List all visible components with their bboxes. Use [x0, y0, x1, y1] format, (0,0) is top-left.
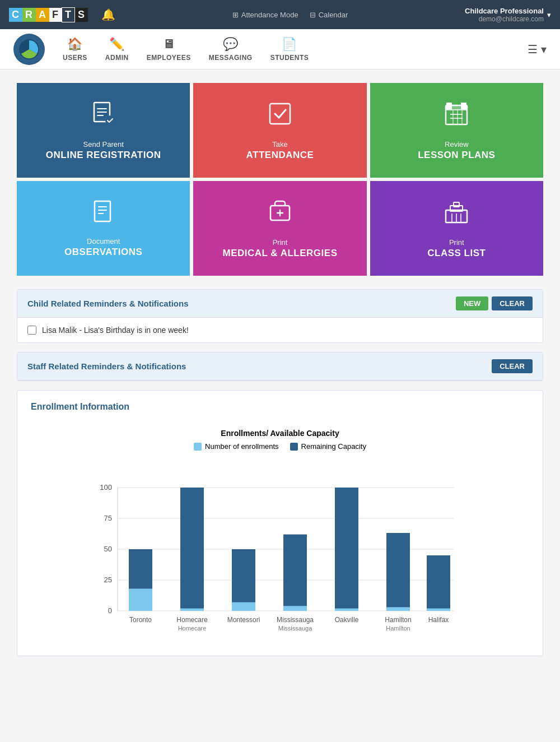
main-content: Send Parent ONLINE REGISTRATION Take ATT… [0, 69, 560, 683]
legend-enrollments: Number of enrollments [194, 442, 279, 451]
user-role: Childcare Professional [465, 7, 544, 15]
user-email: demo@childcare.com [465, 15, 544, 23]
tile-online-registration[interactable]: Send Parent ONLINE REGISTRATION [17, 83, 190, 178]
child-reminders-actions: NEW CLEAR [456, 296, 533, 310]
nav-students[interactable]: 📄 STUDENTS [270, 37, 309, 62]
svg-text:Montessori: Montessori [227, 616, 260, 624]
nav-admin[interactable]: ✏️ ADMIN [105, 37, 129, 62]
svg-text:Mississauga: Mississauga [278, 625, 312, 632]
svg-text:Mississauga: Mississauga [277, 616, 314, 624]
document-icon: 📄 [282, 37, 297, 52]
bar-oakville-capacity [335, 488, 358, 611]
svg-text:100: 100 [100, 483, 112, 491]
svg-text:Homecare: Homecare [176, 616, 208, 624]
bar-montessori-capacity [232, 549, 255, 611]
svg-text:Halifax: Halifax [428, 616, 449, 624]
tile-main-text: MEDICAL & ALLERGIES [222, 248, 337, 259]
bar-toronto-enrollment [129, 588, 152, 611]
top-nav: CRAFTS 🔔 ⊞ Attendance Mode ⊟ Calendar Ch… [0, 0, 560, 29]
svg-text:Hamilton: Hamilton [386, 625, 410, 632]
legend-capacity-dot [290, 443, 298, 451]
chart-title: Enrollments/ Available Capacity [31, 429, 529, 438]
clear-child-reminders-button[interactable]: CLEAR [492, 296, 533, 310]
tile-attendance[interactable]: Take ATTENDANCE [193, 83, 366, 178]
user-chevron-icon: ▾ [547, 11, 551, 19]
nav-admin-label: ADMIN [105, 54, 129, 62]
tile-main-text: ONLINE REGISTRATION [46, 150, 161, 161]
second-nav: 🏠 USERS ✏️ ADMIN 🖥 EMPLOYEES 💬 MESSAGING… [0, 29, 560, 69]
enrollment-title: Enrollment Information [31, 402, 529, 412]
tile-main-text: ATTENDANCE [246, 150, 314, 161]
nav-users-label: USERS [63, 54, 87, 62]
app-logo [13, 34, 45, 65]
nav-messaging[interactable]: 💬 MESSAGING [209, 37, 253, 62]
bar-hamilton-capacity [386, 533, 410, 611]
bell-icon[interactable]: 🔔 [101, 8, 115, 21]
clear-staff-reminders-button[interactable]: CLEAR [492, 359, 533, 373]
tile-sub-text: Send Parent [83, 140, 124, 149]
enrollment-card: Enrollment Information Enrollments/ Avai… [17, 390, 543, 656]
calendar-icon: ⊟ [310, 11, 316, 19]
nav-messaging-label: MESSAGING [209, 54, 253, 62]
quick-actions-grid: Send Parent ONLINE REGISTRATION Take ATT… [17, 83, 543, 276]
svg-text:Homecare: Homecare [178, 625, 207, 632]
svg-rect-14 [446, 103, 452, 109]
tile-sub-text: Take [272, 140, 287, 149]
legend-enrollment-label: Number of enrollments [205, 442, 279, 451]
chart-legend: Number of enrollments Remaining Capacity [31, 442, 529, 451]
svg-rect-15 [461, 103, 466, 109]
reminder-item: Lisa Malik - Lisa's Birthday is in one w… [27, 326, 533, 335]
medical-icon [266, 198, 294, 231]
tile-sub-text: Document [87, 237, 120, 245]
hamburger-chevron: ▾ [541, 43, 547, 56]
child-reminders-card: Child Related Reminders & Notifications … [17, 289, 543, 343]
bar-homecare-enrollment [180, 609, 204, 611]
legend-enrollment-dot [194, 443, 202, 451]
tile-medical[interactable]: Print MEDICAL & ALLERGIES [193, 181, 366, 276]
crafts-logo[interactable]: CRAFTS [9, 7, 88, 22]
nav-users[interactable]: 🏠 USERS [63, 37, 87, 62]
staff-reminders-card: Staff Related Reminders & Notifications … [17, 352, 543, 381]
new-reminder-button[interactable]: NEW [456, 296, 488, 310]
nav-employees-label: EMPLOYEES [147, 54, 191, 62]
attendance-mode-label: Attendance Mode [241, 11, 298, 19]
child-reminders-header: Child Related Reminders & Notifications … [17, 290, 543, 318]
bar-mississauga-enrollment [283, 606, 307, 611]
logo-svg [18, 38, 40, 61]
monitor-icon: 🖥 [162, 37, 175, 52]
legend-capacity-label: Remaining Capacity [301, 442, 366, 451]
svg-text:75: 75 [104, 514, 112, 522]
tile-observations[interactable]: Document OBSERVATIONS [17, 181, 190, 276]
hamburger-menu[interactable]: ☰ ▾ [528, 43, 547, 56]
tile-sub-text: Print [449, 238, 464, 247]
tile-sub-text: Print [273, 238, 288, 247]
legend-capacity: Remaining Capacity [290, 442, 366, 451]
bar-montessori-enrollment [232, 602, 255, 611]
observations-icon [91, 199, 116, 230]
hamburger-icon: ☰ [528, 43, 538, 56]
tile-sub-text: Review [445, 140, 469, 149]
chart-container: Enrollments/ Available Capacity Number o… [31, 423, 529, 644]
attendance-mode-button[interactable]: ⊞ Attendance Mode [232, 11, 298, 19]
bar-homecare-capacity [180, 488, 204, 611]
tile-lesson-plans[interactable]: Review LESSON PLANS [370, 83, 543, 178]
home-icon: 🏠 [67, 37, 83, 52]
calendar-button[interactable]: ⊟ Calendar [310, 11, 348, 19]
nav-items: 🏠 USERS ✏️ ADMIN 🖥 EMPLOYEES 💬 MESSAGING… [63, 37, 309, 62]
pencil-icon: ✏️ [109, 37, 125, 52]
tile-main-text: OBSERVATIONS [64, 247, 142, 258]
tile-class-list[interactable]: Print CLASS LIST [370, 181, 543, 276]
calendar-label: Calendar [319, 11, 348, 19]
svg-text:0: 0 [108, 606, 112, 615]
svg-text:Hamilton: Hamilton [385, 616, 411, 624]
staff-reminders-title: Staff Related Reminders & Notifications [27, 361, 186, 371]
registration-icon [90, 100, 118, 133]
class-list-icon [442, 198, 470, 231]
svg-rect-16 [95, 201, 110, 221]
svg-text:Oakville: Oakville [335, 616, 359, 624]
attendance-mode-icon: ⊞ [232, 11, 239, 19]
nav-employees[interactable]: 🖥 EMPLOYEES [147, 37, 191, 62]
user-menu[interactable]: Childcare Professional demo@childcare.co… [465, 7, 551, 23]
bar-chart-svg: 100 75 50 25 0 Toronto Homecare [31, 460, 529, 639]
reminder-checkbox[interactable] [27, 326, 36, 335]
